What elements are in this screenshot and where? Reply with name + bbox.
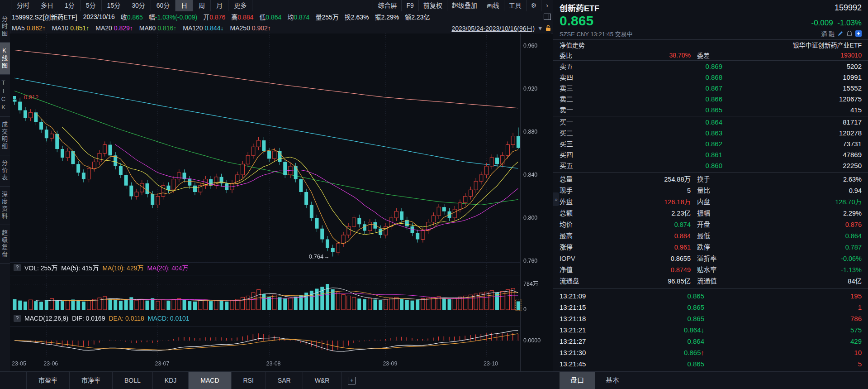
stat-label: 开盘 <box>691 219 734 231</box>
book-level-label: 买五 <box>560 160 588 171</box>
date-range-label[interactable]: 2023/05/24-2023/10/16(96日) <box>451 24 535 33</box>
quote-field-开: 开0.876 <box>203 12 225 21</box>
tool-button-综合屏[interactable]: 综合屏 <box>373 0 401 11</box>
fund-full-name: 银华中证创新药产业ETF <box>793 40 862 49</box>
ask-row-卖五[interactable]: 卖五0.8695202 <box>553 61 868 72</box>
quote-field-label: 高 <box>231 14 237 21</box>
sidebar-item-K线图[interactable]: K线图 <box>0 43 10 75</box>
time-sales-list[interactable]: 13:21:090.86519513:21:150.865113:21:180.… <box>553 289 868 370</box>
help-icon[interactable]: ? <box>14 315 21 322</box>
sidebar-item-深度资料[interactable]: 深度资料 <box>0 187 10 225</box>
stat-value: 0.787 <box>734 242 862 253</box>
indicator-tab-市净率[interactable]: 市净率 <box>70 372 113 389</box>
book-price: 0.869 <box>588 61 722 72</box>
layout-split-icon[interactable] <box>544 14 551 20</box>
nav-label[interactable]: 净值走势 <box>560 40 585 49</box>
sidebar-item-TICK[interactable]: TICK <box>0 75 10 117</box>
book-volume: 415 <box>722 105 862 115</box>
tool-button-工具[interactable]: 工具 <box>504 0 526 11</box>
indicator-tab-MACD[interactable]: MACD <box>189 372 231 389</box>
symbol-name[interactable]: 159992.SZ[创新药ETF] <box>12 12 77 21</box>
panel-tab-基本[interactable]: 基本 <box>595 372 630 389</box>
tick-time: 13:21:18 <box>560 313 609 324</box>
period-tab-5分[interactable]: 5分 <box>81 0 102 11</box>
tool-button-画线[interactable]: 画线 <box>482 0 504 11</box>
toolbar-spacer <box>252 0 373 11</box>
sidebar-item-分时图[interactable]: 分时图 <box>0 11 10 43</box>
sidebar-item-超级复盘[interactable]: 超级复盘 <box>0 225 10 264</box>
period-tab-30分[interactable]: 30分 <box>126 0 151 11</box>
book-volume: 22250 <box>722 160 862 171</box>
ask-row-卖一[interactable]: 卖一0.865415 <box>553 105 868 115</box>
tool-button-前复权[interactable]: 前复权 <box>418 0 447 11</box>
book-volume: 47869 <box>722 149 862 160</box>
stat-label: 流通盘 <box>560 276 593 287</box>
tick-time: 13:21:21 <box>560 324 609 336</box>
period-tab-日[interactable]: 日 <box>175 0 193 11</box>
period-tab-15分[interactable]: 15分 <box>102 0 127 11</box>
tool-button-F9[interactable]: F9 <box>401 0 418 11</box>
period-tab-分时[interactable]: 分时 <box>11 0 35 11</box>
tick-volume: 10 <box>704 347 862 358</box>
panel-collapse-handle[interactable]: » <box>553 192 559 206</box>
chevron-down-icon[interactable]: ▼ <box>537 24 543 32</box>
book-price: 0.861 <box>588 149 722 160</box>
stat-value: 5 <box>593 185 691 197</box>
ask-row-卖三[interactable]: 卖三0.86715552 <box>553 83 868 94</box>
ma-legend-bar: MA5 0.862↑MA10 0.851↑MA20 0.829↑MA60 0.8… <box>10 22 555 34</box>
period-tab-更多[interactable]: 更多 <box>228 0 252 11</box>
add-indicator-icon[interactable]: + <box>348 377 356 384</box>
macd-pane-header: ? MACD(12,26,9) DIF: 0.0169 DEA: 0.0118 … <box>14 315 190 322</box>
tick-price: 0.864↓ <box>609 324 704 336</box>
period-tab-1分[interactable]: 1分 <box>59 0 81 11</box>
bid-row-买二[interactable]: 买二0.863120278 <box>553 128 868 139</box>
book-price: 0.865 <box>588 105 722 115</box>
edit-pencil-icon[interactable] <box>837 30 844 37</box>
quote-field-value: 2.63% <box>351 14 369 21</box>
chevron-right-icon[interactable]: › <box>541 0 553 11</box>
indicator-tab-W&R[interactable]: W&R <box>303 372 342 389</box>
quote-field-低: 低0.864 <box>259 12 281 21</box>
bid-row-买三[interactable]: 买三0.86273731 <box>553 139 868 149</box>
indicator-tab-RSI[interactable]: RSI <box>232 372 266 389</box>
lock-icon[interactable] <box>545 25 551 31</box>
indicator-tab-SAR[interactable]: SAR <box>266 372 303 389</box>
stat-value: 2.29% <box>734 208 862 219</box>
tick-time: 13:21:27 <box>560 336 609 347</box>
sidebar-item-成交明细[interactable]: 成交明细 <box>0 117 10 155</box>
book-volume: 81717 <box>722 117 862 128</box>
stat-row-6: 涨停0.961跌停0.787 <box>553 242 868 253</box>
ask-row-卖四[interactable]: 卖四0.86810991 <box>553 72 868 83</box>
bid-row-买五[interactable]: 买五0.86022250 <box>553 160 868 171</box>
bid-row-买一[interactable]: 买一0.86481717 <box>553 117 868 128</box>
sidebar-item-分价表[interactable]: 分价表 <box>0 155 10 187</box>
ask-row-卖二[interactable]: 卖二0.866120675 <box>553 94 868 105</box>
stock-code: 159992 <box>835 3 862 13</box>
panel-tab-盘口[interactable]: 盘口 <box>560 372 595 389</box>
indicator-tab-KDJ[interactable]: KDJ <box>153 372 189 389</box>
stat-value: 254.88万 <box>593 174 691 185</box>
period-tab-月[interactable]: 月 <box>211 0 228 11</box>
stats-grid: 总量254.88万换手2.63%现手5量比0.94外盘126.18万内盘128.… <box>553 173 868 288</box>
stat-value: 128.70万 <box>734 197 862 208</box>
stat-label: 最高 <box>560 231 593 242</box>
quote-info-bar: 159992.SZ[创新药ETF] 2023/10/16 收0.865幅-1.0… <box>10 11 555 22</box>
bell-icon[interactable] <box>846 30 853 37</box>
period-tab-多日[interactable]: 多日 <box>35 0 59 11</box>
indicator-tab-市盈率[interactable]: 市盈率 <box>26 372 70 389</box>
indicator-tab-BOLL[interactable]: BOLL <box>113 372 153 389</box>
stat-label: 跌停 <box>691 242 734 253</box>
help-icon[interactable]: ? <box>14 264 21 271</box>
add-plus-icon[interactable] <box>855 30 862 37</box>
gear-icon[interactable]: ⚙ <box>526 0 541 11</box>
quote-field-label: 换 <box>345 14 351 21</box>
book-level-label: 买三 <box>560 139 588 149</box>
tool-button-超级叠加[interactable]: 超级叠加 <box>447 0 482 11</box>
quote-field-振: 振2.29% <box>375 12 399 21</box>
period-tab-周[interactable]: 周 <box>193 0 211 11</box>
quote-field-换: 换2.63% <box>345 12 369 21</box>
bid-row-买四[interactable]: 买四0.86147869 <box>553 149 868 160</box>
date-range-control[interactable]: 2023/05/24-2023/10/16(96日) ▼ <box>451 24 555 33</box>
stat-value: 0.864 <box>734 231 862 242</box>
period-tab-60分[interactable]: 60分 <box>151 0 176 11</box>
